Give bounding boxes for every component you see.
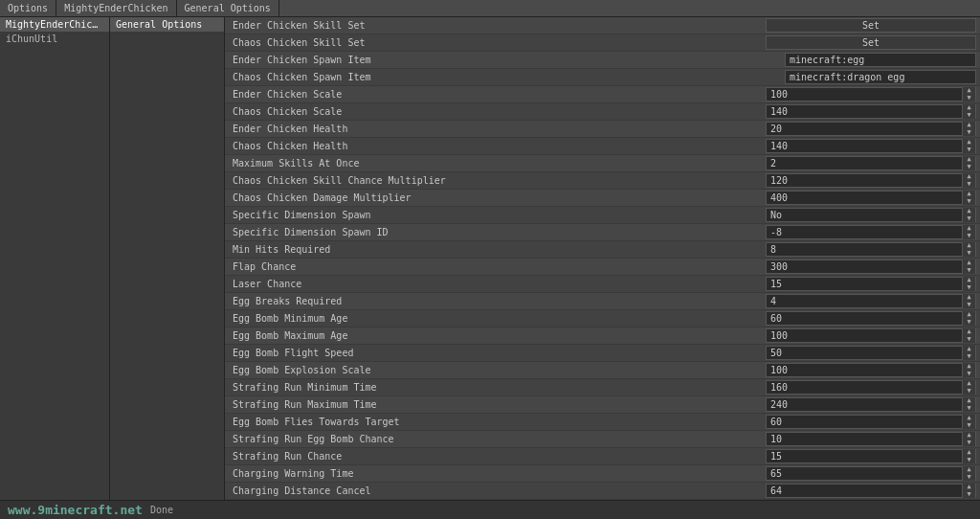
table-row: Chaos Chicken Damage Multiplier400▲▼	[225, 190, 980, 207]
number-input-wrapper: 20▲▼	[766, 122, 976, 136]
table-row: Strafing Run Maximum Time240▲▼	[225, 396, 980, 414]
number-input-wrapper: 100▲▼	[766, 87, 976, 102]
option-label: Charging Warning Time	[229, 468, 756, 479]
set-button[interactable]: Set	[766, 35, 976, 50]
spinner-down-icon[interactable]: ▼	[963, 267, 975, 275]
table-row: Ender Chicken Health20▲▼	[225, 121, 980, 138]
spinner-down-icon[interactable]: ▼	[963, 302, 975, 309]
option-label: Chaos Chicken Damage Multiplier	[229, 192, 756, 203]
option-label: Ender Chicken Spawn Item	[229, 55, 756, 65]
topbar-mod[interactable]: MightyEnderChicken	[56, 0, 176, 16]
number-input-wrapper: 8▲▼	[766, 242, 976, 257]
option-label: Strafing Run Maximum Time	[229, 399, 756, 410]
table-row: Chaos Chicken Spawn Item	[225, 69, 980, 86]
option-label: Chaos Chicken Skill Set	[229, 37, 756, 48]
spinner-down-icon[interactable]: ▼	[963, 147, 975, 154]
number-value: 15	[767, 279, 962, 289]
number-value: 140	[767, 141, 962, 151]
table-row: Egg Bomb Maximum Age100▲▼	[225, 327, 980, 345]
set-button[interactable]: Set	[766, 18, 976, 33]
number-input-wrapper: 15▲▼	[766, 277, 976, 291]
spinner-down-icon[interactable]: ▼	[963, 371, 975, 378]
table-row: Laser Chance15▲▼	[225, 276, 980, 293]
spinner-down-icon[interactable]: ▼	[963, 388, 975, 395]
topbar-general[interactable]: General Options	[177, 0, 279, 16]
table-row: Specific Dimension SpawnNo▲▼	[225, 207, 980, 224]
sidebar-item-ichunutil[interactable]: iChunUtil	[0, 32, 109, 46]
number-value: 60	[767, 313, 962, 324]
option-label: Specific Dimension Spawn	[229, 210, 756, 220]
spinner-down-icon[interactable]: ▼	[963, 284, 975, 292]
spinner-down-icon[interactable]: ▼	[963, 457, 975, 464]
table-row: Specific Dimension Spawn ID-8▲▼	[225, 224, 980, 241]
number-value: 240	[767, 399, 962, 410]
option-label: Maximum Skills At Once	[229, 158, 756, 169]
number-input-wrapper: 60▲▼	[766, 415, 976, 429]
option-label: Laser Chance	[229, 279, 756, 289]
number-value: 100	[767, 89, 962, 100]
status-text: Done	[150, 505, 173, 515]
bottom-bar: www.9minecraft.net Done	[0, 500, 980, 519]
option-label: Chaos Chicken Skill Chance Multiplier	[229, 175, 756, 186]
spinner-down-icon[interactable]: ▼	[963, 250, 975, 258]
spinner-down-icon[interactable]: ▼	[963, 233, 975, 240]
spinner-down-icon[interactable]: ▼	[963, 353, 975, 361]
table-row: Ender Chicken Skill SetSet	[225, 17, 980, 34]
spinner-down-icon[interactable]: ▼	[963, 95, 975, 102]
number-input-wrapper: 50▲▼	[766, 346, 976, 360]
number-input-wrapper: No▲▼	[766, 208, 976, 222]
number-input-wrapper: 160▲▼	[766, 380, 976, 395]
spinner-down-icon[interactable]: ▼	[963, 198, 975, 206]
table-row: Min Hits Required8▲▼	[225, 241, 980, 259]
spinner-down-icon[interactable]: ▼	[963, 440, 975, 447]
table-row: Ender Chicken Scale100▲▼	[225, 86, 980, 103]
number-value: 8	[767, 244, 962, 255]
table-row: Ender Chicken Spawn Item	[225, 52, 980, 69]
table-row: Strafing Run Egg Bomb Chance10▲▼	[225, 431, 980, 448]
spinner-down-icon[interactable]: ▼	[963, 491, 975, 499]
option-label: Chaos Chicken Spawn Item	[229, 72, 756, 82]
option-label: Specific Dimension Spawn ID	[229, 227, 756, 237]
spinner-down-icon[interactable]: ▼	[963, 215, 975, 223]
number-value: 400	[767, 192, 962, 203]
option-label: Egg Bomb Maximum Age	[229, 330, 756, 341]
table-row: Charging Warning Time65▲▼	[225, 465, 980, 483]
option-label: Charging Distance Cancel	[229, 485, 756, 496]
spinner-down-icon[interactable]: ▼	[963, 181, 975, 189]
number-value: 20	[767, 124, 962, 134]
spinner-down-icon[interactable]: ▼	[963, 422, 975, 430]
option-label: Egg Breaks Required	[229, 296, 756, 306]
spinner-down-icon[interactable]: ▼	[963, 129, 975, 137]
text-input[interactable]	[785, 53, 976, 67]
sidebar-middle-general[interactable]: General Options	[110, 17, 224, 32]
table-row: Chaos Chicken Skill Chance Multiplier120…	[225, 172, 980, 190]
text-input[interactable]	[785, 70, 976, 84]
table-row: Chaos Chicken Scale140▲▼	[225, 103, 980, 121]
number-input-wrapper: 400▲▼	[766, 191, 976, 205]
spinner-down-icon[interactable]: ▼	[963, 319, 975, 327]
number-value: 64	[767, 485, 962, 496]
spinner-down-icon[interactable]: ▼	[963, 112, 975, 120]
number-value: -8	[767, 227, 962, 237]
number-value: 140	[767, 106, 962, 117]
table-row: Flap Chance300▲▼	[225, 259, 980, 276]
spinner-down-icon[interactable]: ▼	[963, 405, 975, 413]
content-area: Ender Chicken Skill SetSetChaos Chicken …	[225, 17, 980, 500]
sidebar-item-mightyenderchic[interactable]: MightyEnderChic...	[0, 17, 109, 32]
number-input-wrapper: 4▲▼	[766, 294, 976, 308]
spinner-down-icon[interactable]: ▼	[963, 336, 975, 344]
number-input-wrapper: -8▲▼	[766, 225, 976, 239]
number-input-wrapper: 100▲▼	[766, 363, 976, 377]
spinner-down-icon[interactable]: ▼	[963, 474, 975, 482]
number-input-wrapper: 2▲▼	[766, 156, 976, 170]
topbar-options[interactable]: Options	[0, 0, 56, 16]
option-label: Ender Chicken Skill Set	[229, 20, 756, 31]
number-value: 100	[767, 365, 962, 375]
spinner-down-icon[interactable]: ▼	[963, 164, 975, 171]
option-label: Chaos Chicken Health	[229, 141, 756, 151]
number-input-wrapper: 100▲▼	[766, 328, 976, 343]
table-row: Egg Bomb Minimum Age60▲▼	[225, 310, 980, 327]
main-layout: MightyEnderChic... iChunUtil General Opt…	[0, 17, 980, 500]
table-row: Strafing Run Minimum Time160▲▼	[225, 379, 980, 396]
number-input-wrapper: 120▲▼	[766, 173, 976, 188]
